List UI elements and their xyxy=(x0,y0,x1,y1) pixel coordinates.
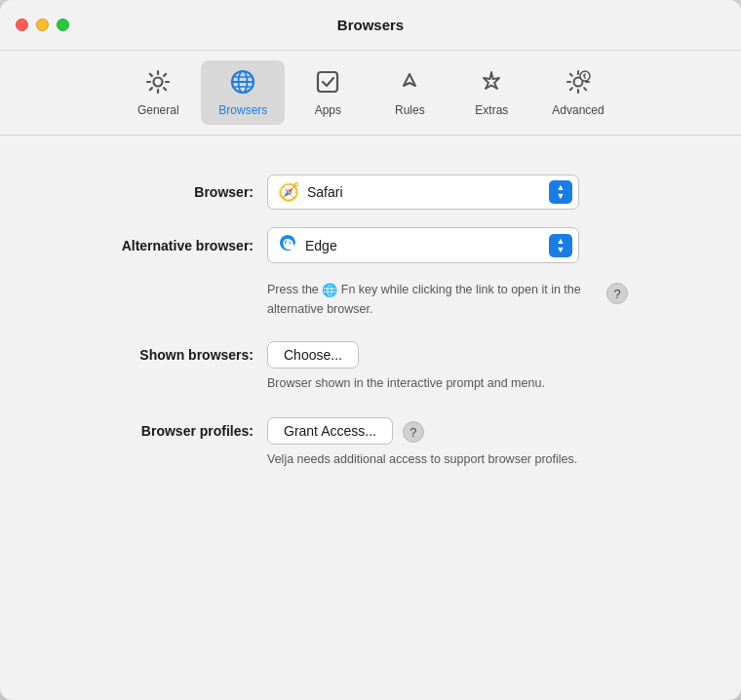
shown-browsers-desc: Browser shown in the interactive prompt … xyxy=(267,376,682,390)
choose-button[interactable]: Choose... xyxy=(267,341,359,369)
grant-access-button[interactable]: Grant Access... xyxy=(267,417,393,445)
browser-select-arrows[interactable]: ▲ ▼ xyxy=(549,180,572,204)
window-controls xyxy=(16,19,69,31)
tab-advanced[interactable]: Advanced xyxy=(534,60,621,125)
advanced-icon xyxy=(565,68,592,99)
general-icon xyxy=(144,68,172,99)
alt-browser-description: Press the 🌐 Fn key while clicking the li… xyxy=(267,281,682,318)
browser-profiles-label: Browser profiles: xyxy=(58,423,254,439)
profiles-row-right: Grant Access... ? xyxy=(267,417,424,445)
safari-icon: 🧭 xyxy=(278,181,299,203)
tab-rules[interactable]: Rules xyxy=(370,60,448,125)
svg-point-0 xyxy=(154,78,163,87)
tab-apps-label: Apps xyxy=(315,103,341,117)
tab-extras-label: Extras xyxy=(475,103,508,117)
window-title: Browsers xyxy=(337,17,404,33)
rules-icon xyxy=(396,68,423,99)
apps-icon xyxy=(314,68,341,99)
content-area: Browser: 🧭 Safari ▲ ▼ Alternative browse… xyxy=(0,136,741,700)
browser-profiles-desc: Velja needs additional access to support… xyxy=(267,452,682,466)
tab-advanced-label: Advanced xyxy=(552,103,604,117)
alt-browser-select-arrows[interactable]: ▲ ▼ xyxy=(549,234,572,257)
tab-browsers-label: Browsers xyxy=(218,103,267,117)
browser-label: Browser: xyxy=(58,184,254,200)
shown-browsers-row: Shown browsers: Choose... xyxy=(58,341,682,369)
tab-rules-label: Rules xyxy=(395,103,425,117)
browsers-icon xyxy=(229,68,256,99)
browser-profiles-row: Browser profiles: Grant Access... ? xyxy=(58,417,682,445)
alt-browser-row: Alternative browser: xyxy=(58,227,682,263)
alt-browser-select-value: Edge xyxy=(305,238,549,253)
tab-general[interactable]: General xyxy=(119,60,197,125)
close-button[interactable] xyxy=(16,19,28,31)
browser-profiles-help-button[interactable]: ? xyxy=(403,421,424,443)
alt-browser-desc-text: Press the 🌐 Fn key while clicking the li… xyxy=(267,281,599,318)
browser-select[interactable]: 🧭 Safari ▲ ▼ xyxy=(267,175,579,210)
main-window: Browsers General Brows xyxy=(0,0,741,700)
minimize-button[interactable] xyxy=(36,19,49,31)
tab-apps[interactable]: Apps xyxy=(289,60,367,125)
alt-browser-label: Alternative browser: xyxy=(58,238,254,253)
maximize-button[interactable] xyxy=(57,19,69,31)
toolbar: General Browsers Apps xyxy=(0,51,741,125)
alt-browser-select[interactable]: Edge ▲ ▼ xyxy=(267,227,579,263)
svg-rect-4 xyxy=(318,72,337,92)
extras-icon xyxy=(478,68,505,99)
tab-extras[interactable]: Extras xyxy=(452,60,530,125)
tab-general-label: General xyxy=(137,103,179,117)
tab-browsers[interactable]: Browsers xyxy=(201,60,285,125)
shown-browsers-label: Shown browsers: xyxy=(58,347,254,363)
browser-row: Browser: 🧭 Safari ▲ ▼ xyxy=(58,175,682,210)
alt-browser-help-button[interactable]: ? xyxy=(606,283,628,304)
titlebar: Browsers xyxy=(0,0,741,51)
browser-select-value: Safari xyxy=(307,184,549,200)
edge-icon xyxy=(278,233,297,257)
globe-inline-icon: 🌐 xyxy=(322,283,337,297)
